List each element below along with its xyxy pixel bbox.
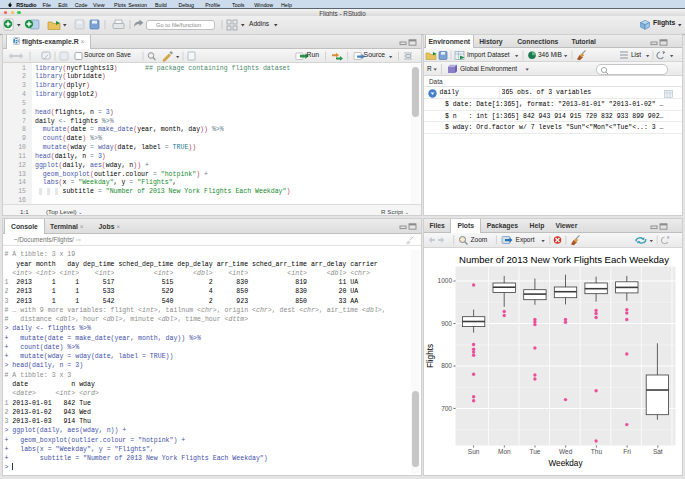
svg-text:Tue: Tue — [530, 448, 541, 455]
svg-text:700: 700 — [441, 405, 452, 412]
svg-text:R: R — [15, 38, 19, 44]
svg-text:Number of 2013 New York Flight: Number of 2013 New York Flights Each Wee… — [459, 254, 669, 265]
svg-text:1000: 1000 — [438, 277, 453, 284]
svg-text:Weekday: Weekday — [549, 459, 584, 468]
svg-text:Sat: Sat — [653, 448, 663, 455]
svg-text:800: 800 — [441, 362, 452, 369]
svg-text:Mon: Mon — [498, 448, 511, 455]
svg-text:Flights: Flights — [426, 344, 435, 368]
svg-text:Wed: Wed — [559, 448, 573, 455]
svg-text:Sun: Sun — [468, 448, 480, 455]
svg-text:Fri: Fri — [623, 448, 631, 455]
svg-text:Thu: Thu — [591, 448, 603, 455]
svg-text:900: 900 — [441, 320, 452, 327]
